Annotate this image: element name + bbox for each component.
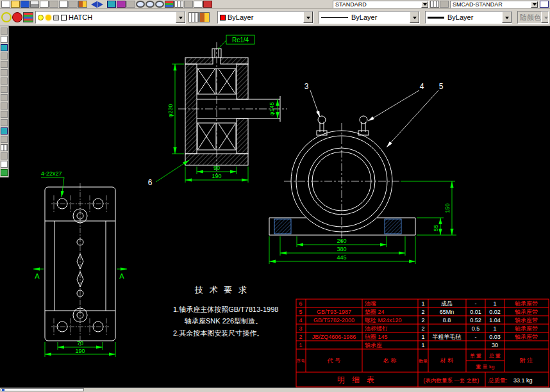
callout-4: 4 xyxy=(420,82,424,91)
center-height-dim: 150 xyxy=(444,203,451,213)
layer-state-icons xyxy=(38,15,69,20)
zoom-previous-icon[interactable] xyxy=(155,1,164,8)
toolbar2-left-icons xyxy=(1,12,33,22)
callout-5: 5 xyxy=(439,82,444,91)
section-letter-a-left: A xyxy=(35,272,40,280)
dim-style-combo[interactable]: STANDARD xyxy=(333,1,429,8)
insert-block-icon[interactable] xyxy=(107,1,116,8)
bom-cell-name: 垫圈 24 xyxy=(365,309,385,315)
distance-icon[interactable] xyxy=(184,1,193,8)
help-icon[interactable] xyxy=(540,1,549,8)
bom-cell-code: GB/T93-1987 xyxy=(317,309,351,315)
layer-lock-icon[interactable] xyxy=(53,15,59,20)
toolbox-icon[interactable] xyxy=(203,1,212,8)
bom-header: 序号 代 号 名 称 数量 材 料 单 重 总 重 重 量 kg 附 注 xyxy=(296,353,533,370)
drawing-ball-icon[interactable] xyxy=(12,12,22,22)
hatch-icon[interactable] xyxy=(1,144,8,151)
text-style-combo-arrow-icon[interactable] xyxy=(531,1,538,8)
color-combo[interactable]: ByLayer xyxy=(217,11,313,24)
bom-cell-no: 1 xyxy=(299,342,302,348)
new-icon[interactable] xyxy=(1,1,10,8)
lineweight-combo-arrow-icon[interactable] xyxy=(502,12,512,23)
bom-cell-qty: 1 xyxy=(421,300,424,307)
pan-icon[interactable] xyxy=(126,1,135,8)
arc-icon[interactable] xyxy=(1,86,8,93)
color-ring-icon[interactable] xyxy=(1,12,12,22)
zoom-realtime-icon[interactable] xyxy=(136,1,145,8)
bom-row: 3 油标螺钉 2 0.5 1 轴承座带 xyxy=(299,325,538,332)
settings-icon[interactable] xyxy=(440,1,449,8)
region-icon[interactable] xyxy=(1,152,8,159)
bom-header-unit: 单 重 xyxy=(470,353,481,359)
paste-icon[interactable] xyxy=(69,1,78,8)
bom-header-no: 序号 xyxy=(296,359,305,363)
layers-icon[interactable] xyxy=(165,1,174,8)
bom-cell-code: JB/ZQ4606-1986 xyxy=(312,334,356,340)
current-color-swatch-icon xyxy=(220,15,226,20)
object-snap-icon[interactable] xyxy=(117,1,126,8)
bom-cell-unit: - xyxy=(475,300,477,307)
bom-cell-no: 5 xyxy=(299,309,302,315)
properties-icon[interactable] xyxy=(174,1,183,8)
lineweight-combo[interactable]: ByLayer xyxy=(425,11,512,24)
ellipse-icon[interactable] xyxy=(1,119,8,126)
text-style-value: SMCAD-STANDAR xyxy=(453,1,503,8)
bom-cell-no: 2 xyxy=(299,334,302,340)
circle-icon[interactable] xyxy=(1,94,8,101)
polyline-icon[interactable] xyxy=(1,61,8,68)
layer-combo[interactable]: HATCH xyxy=(35,11,186,24)
layer-combo-arrow-icon[interactable] xyxy=(176,12,185,23)
make-object-layer-icon[interactable] xyxy=(199,12,210,22)
layer-freeze-sun-icon[interactable] xyxy=(46,15,51,20)
bom-cell-material: 半粗羊毛毡 xyxy=(433,334,462,340)
quick-select-icon[interactable] xyxy=(1,36,8,43)
plot-preview-icon[interactable] xyxy=(40,1,49,8)
layer-manager-icon[interactable] xyxy=(23,12,33,22)
plot-icon[interactable] xyxy=(30,1,39,8)
redo-icon[interactable] xyxy=(97,1,106,8)
linetype-combo-value: ByLayer xyxy=(351,13,377,21)
layer-on-bulb-icon[interactable] xyxy=(38,15,44,20)
command-line-strip[interactable] xyxy=(0,388,550,392)
open-icon[interactable] xyxy=(11,1,20,8)
rectangle-icon[interactable] xyxy=(1,78,8,85)
construction-line-icon[interactable] xyxy=(1,53,8,60)
spline-icon[interactable] xyxy=(1,111,8,118)
tech-req-line3: 2.其余按本图安装尺寸操作。 xyxy=(173,329,263,337)
save-icon[interactable] xyxy=(21,1,29,8)
select-icon[interactable] xyxy=(1,28,8,35)
layer-color-swatch-icon[interactable] xyxy=(61,15,67,20)
front-centerlines xyxy=(284,123,399,243)
mtext-icon[interactable] xyxy=(1,161,8,168)
zoom-window-icon[interactable] xyxy=(146,1,154,8)
text-style-combo[interactable]: SMCAD-STANDAR xyxy=(450,1,538,8)
bom-footer-mass-value: 33.1 kg xyxy=(513,377,533,384)
polygon-icon[interactable] xyxy=(1,69,8,76)
line-icon[interactable] xyxy=(1,44,8,51)
undo-icon[interactable] xyxy=(88,1,97,8)
model-space[interactable]: Rc1/4 φ230 φ145 90 190 6 xyxy=(0,26,550,388)
linetype-sample-icon xyxy=(321,17,348,18)
base-height-dim: 55 xyxy=(433,225,439,231)
dimension-icon[interactable] xyxy=(1,169,8,176)
match-properties-icon[interactable] xyxy=(78,1,87,8)
layer-states-icon[interactable] xyxy=(188,12,199,22)
revision-cloud-icon[interactable] xyxy=(1,102,8,110)
toolbar1-mid-icons xyxy=(430,1,449,8)
style-manager-icon[interactable] xyxy=(430,1,439,8)
section-width-outer-dim: 190 xyxy=(212,173,221,179)
color-combo-arrow-icon[interactable] xyxy=(303,12,313,23)
script-icon[interactable] xyxy=(194,1,203,8)
linetype-combo-arrow-icon[interactable] xyxy=(410,12,419,23)
cut-icon[interactable] xyxy=(49,1,58,8)
plan-centerlines xyxy=(51,183,109,346)
point-icon[interactable] xyxy=(1,136,8,143)
bom-cell-no: 4 xyxy=(299,317,302,323)
dim-style-combo-arrow-icon[interactable] xyxy=(421,1,428,8)
copy-icon[interactable] xyxy=(59,1,68,8)
block-icon[interactable] xyxy=(1,127,8,135)
drawing-canvas[interactable]: Rc1/4 φ230 φ145 90 190 6 xyxy=(0,26,550,388)
draw-toolbar-vertical xyxy=(0,26,9,177)
span-outer-dim: 445 xyxy=(337,254,346,261)
linetype-combo[interactable]: ByLayer xyxy=(319,11,420,24)
